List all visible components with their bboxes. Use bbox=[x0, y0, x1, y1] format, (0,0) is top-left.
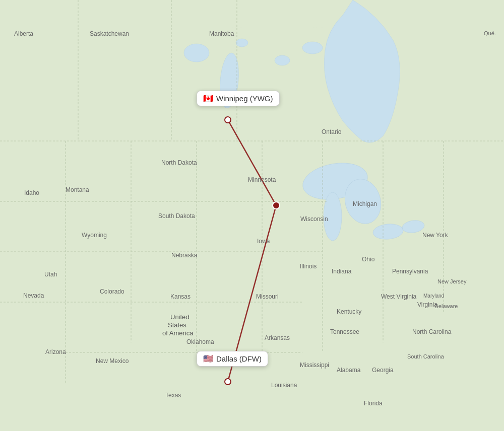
usa-flag-icon: 🇺🇸 bbox=[203, 355, 213, 363]
map-container: Alberta Saskatchewan Manitoba Ontario Qu… bbox=[0, 0, 504, 431]
origin-dot bbox=[225, 117, 231, 123]
waypoint-dot bbox=[273, 202, 280, 209]
svg-point-2 bbox=[324, 192, 342, 241]
dallas-text: Dallas (DFW) bbox=[216, 354, 262, 363]
winnipeg-text: Winnipeg (YWG) bbox=[216, 94, 273, 103]
svg-point-9 bbox=[302, 42, 323, 54]
svg-point-8 bbox=[275, 55, 290, 65]
destination-dot bbox=[225, 379, 231, 385]
svg-point-7 bbox=[184, 44, 209, 62]
svg-point-10 bbox=[236, 39, 248, 47]
canada-flag-icon: 🇨🇦 bbox=[203, 95, 213, 103]
dallas-label: 🇺🇸 Dallas (DFW) bbox=[197, 351, 268, 367]
winnipeg-label: 🇨🇦 Winnipeg (YWG) bbox=[197, 91, 280, 106]
